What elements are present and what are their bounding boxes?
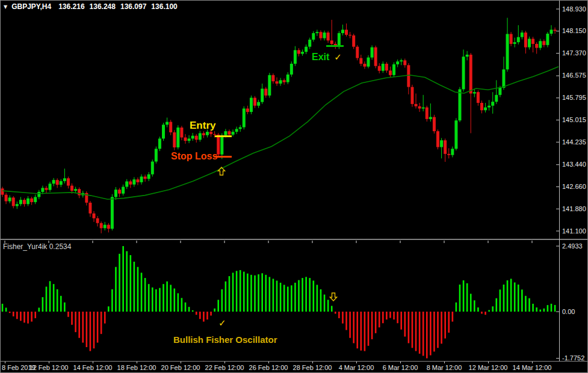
fisher-indicator-area[interactable] xyxy=(1,241,588,362)
bull-candle xyxy=(454,120,457,149)
fisher-bar xyxy=(496,298,498,312)
bull-candle xyxy=(341,29,344,33)
fisher-bar xyxy=(305,277,307,312)
bear-candle xyxy=(78,189,81,195)
fisher-bar xyxy=(430,312,432,356)
bull-candle xyxy=(550,29,553,34)
bull-candle xyxy=(382,64,385,71)
fisher-bar xyxy=(477,307,479,312)
panel-separator[interactable] xyxy=(1,239,588,240)
bear-candle xyxy=(297,50,300,54)
fisher-bar xyxy=(547,305,549,312)
bear-candle xyxy=(389,70,392,75)
fisher-bar xyxy=(474,300,475,312)
bull-candle xyxy=(125,182,128,187)
fisher-bar xyxy=(273,279,274,312)
bear-candle xyxy=(480,103,483,110)
bull-candle xyxy=(26,199,29,204)
fisher-bar xyxy=(108,306,110,312)
bullish-fisher-oscillator-label[interactable]: Bullish Fisher Oscillator xyxy=(173,334,277,345)
stop-loss-price-line[interactable] xyxy=(214,156,232,158)
fisher-bar xyxy=(331,306,333,312)
bull-candle xyxy=(323,32,326,38)
fisher-bar xyxy=(9,312,11,313)
bull-candle xyxy=(199,133,202,140)
bear-candle xyxy=(348,35,351,35)
bear-candle xyxy=(531,39,534,43)
date-tick xyxy=(93,362,93,363)
fisher-bar xyxy=(141,273,143,312)
price-tick-label: 142.660 xyxy=(562,183,586,190)
fisher-bar xyxy=(166,282,168,312)
fisher-bar xyxy=(130,255,132,312)
bear-candle xyxy=(330,40,333,44)
bear-candle xyxy=(444,140,447,154)
fisher-bar xyxy=(225,282,227,312)
entry-label[interactable]: Entry xyxy=(190,120,215,132)
fisher-bar xyxy=(518,285,519,312)
bull-candle xyxy=(396,61,399,64)
symbol-dropdown-icon[interactable]: ▼ xyxy=(4,4,7,10)
main-chart-area[interactable] xyxy=(1,1,588,239)
bull-candle xyxy=(151,162,154,174)
fisher-bar xyxy=(185,303,187,312)
bull-candle xyxy=(487,106,491,108)
fisher-bar xyxy=(49,281,51,312)
date-tick-label: 22 Feb 12:00 xyxy=(205,364,244,371)
stop-loss-label[interactable]: Stop Loss xyxy=(171,151,217,162)
fisher-bar xyxy=(302,278,303,312)
bull-candle xyxy=(166,122,169,125)
bear-candle xyxy=(426,108,429,119)
bull-candle xyxy=(140,177,143,182)
bull-candle xyxy=(462,57,465,89)
bull-candle xyxy=(232,132,235,135)
fisher-bar xyxy=(345,312,347,330)
fisher-bar xyxy=(361,312,362,351)
bull-candle xyxy=(41,188,44,192)
fisher-bar xyxy=(507,280,509,312)
fisher-bar xyxy=(181,298,183,312)
bear-candle xyxy=(213,134,216,135)
exit-label[interactable]: Exit ✓ xyxy=(312,52,342,63)
fisher-bar xyxy=(532,304,534,312)
bear-candle xyxy=(30,199,33,202)
fisher-bar xyxy=(196,312,197,315)
fisher-bar xyxy=(484,312,486,315)
bull-candle xyxy=(279,80,282,84)
bull-candle xyxy=(176,128,179,147)
entry-price-line[interactable] xyxy=(215,135,232,137)
price-tick-label: 148.150 xyxy=(562,27,586,34)
date-tick-label: 26 Feb 12:00 xyxy=(249,364,288,371)
fisher-bar xyxy=(412,312,413,348)
symbol-period-label: GBPJPY,H4 xyxy=(11,2,51,11)
bear-candle xyxy=(209,132,212,134)
fisher-bar xyxy=(188,307,190,312)
fisher-bar xyxy=(324,295,326,312)
exit-price-line[interactable] xyxy=(326,45,344,47)
date-tick-label: 20 Feb 12:00 xyxy=(161,364,200,371)
fisher-bar xyxy=(342,312,344,324)
fisher-bar xyxy=(250,275,252,312)
fisher-bar xyxy=(528,298,530,312)
oscillator-checkmark-icon[interactable]: ✓ xyxy=(218,318,226,328)
fisher-bar xyxy=(20,312,22,321)
bear-candle xyxy=(202,133,205,135)
indicator-name-label: Fisher_Yur4ik 0.2534 xyxy=(3,242,71,251)
fisher-bar xyxy=(317,285,318,312)
fisher-bar xyxy=(371,312,373,339)
fisher-bar xyxy=(426,312,428,359)
fisher-bar xyxy=(217,300,219,312)
fisher-bar xyxy=(67,312,69,317)
date-tick xyxy=(532,362,533,363)
price-tick-label: 144.235 xyxy=(562,138,586,146)
bull-candle xyxy=(8,197,11,201)
bear-candle xyxy=(363,64,366,67)
bull-candle xyxy=(312,33,315,40)
bear-candle xyxy=(136,179,139,182)
fisher-bar xyxy=(382,312,384,323)
fisher-bar xyxy=(291,285,292,312)
bear-candle xyxy=(180,128,183,137)
fisher-bar xyxy=(543,309,545,312)
bull-candle xyxy=(308,40,311,47)
bull-candle xyxy=(132,179,135,184)
